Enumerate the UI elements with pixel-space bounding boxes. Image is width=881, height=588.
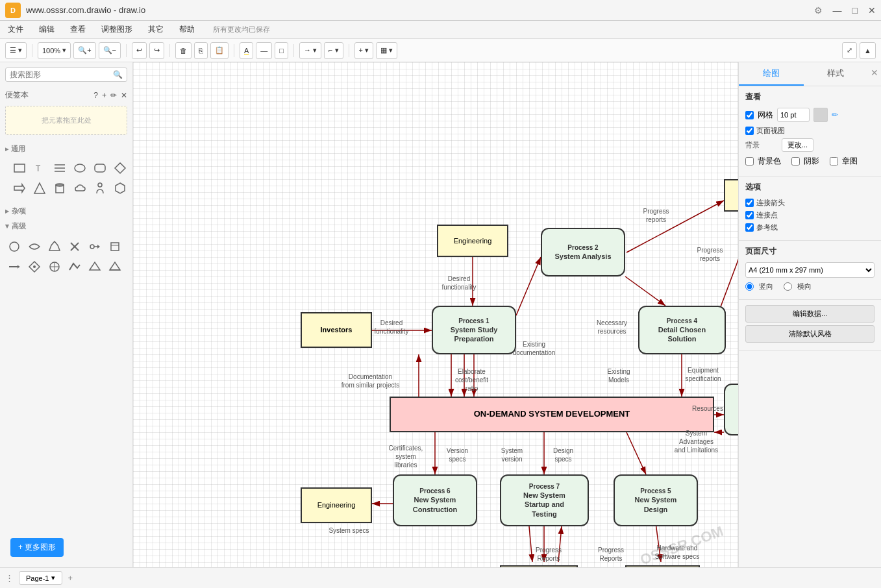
shape-lines[interactable] — [51, 159, 69, 177]
section-misc-title[interactable]: ▸ 杂项 — [0, 204, 132, 219]
conn-point-checkbox[interactable] — [745, 211, 754, 219]
menu-other[interactable]: 其它 — [145, 23, 166, 36]
shape-diamond[interactable] — [111, 159, 129, 177]
shape-adv-6[interactable] — [106, 238, 124, 256]
line-color-btn[interactable]: — — [256, 42, 272, 59]
node-management-bot[interactable]: Management — [500, 565, 578, 567]
shape-cylinder[interactable] — [51, 179, 69, 197]
bg-change-btn[interactable]: 更改... — [782, 138, 813, 152]
menu-edit[interactable]: 编辑 — [36, 23, 57, 36]
shape-adv-11[interactable] — [86, 258, 104, 276]
page-size-select[interactable]: A4 (210 mm x 297 mm) — [745, 262, 875, 278]
sidebar-toggle-btn[interactable]: ☰ ▾ — [5, 42, 27, 59]
zoom-out-btn[interactable]: 🔍− — [99, 42, 121, 59]
landscape-radio[interactable] — [784, 282, 792, 291]
notepad-add-icon[interactable]: + — [102, 91, 106, 100]
notepad-close-icon[interactable]: ✕ — [121, 91, 127, 100]
grid-color-swatch[interactable] — [813, 108, 828, 122]
node-process2[interactable]: Process 2 System Analysis — [541, 228, 625, 276]
node-process6[interactable]: Process 6 New SystemConstruction — [393, 474, 477, 526]
collapse-btn[interactable]: ▲ — [860, 42, 876, 59]
node-vendors[interactable]: Vendors — [625, 565, 700, 567]
right-panel-close[interactable]: ✕ — [868, 62, 881, 86]
close-btn[interactable]: ✕ — [868, 5, 876, 16]
node-ondemand[interactable]: ON-DEMAND SYSTEM DEVELOPMENT — [390, 397, 714, 432]
page-checkbox[interactable] — [830, 157, 838, 165]
node-process7[interactable]: Process 7 New SystemStartup andTesting — [500, 474, 589, 526]
shape-adv-7[interactable] — [5, 258, 23, 276]
notepad-edit-icon[interactable]: ✏ — [110, 91, 117, 100]
minimize-btn[interactable]: — — [833, 5, 842, 16]
shape-adv-9[interactable] — [45, 258, 64, 276]
search-input[interactable] — [10, 70, 113, 79]
grid-value-input[interactable] — [777, 108, 810, 122]
zoom-value-btn[interactable]: 100% ▾ — [38, 42, 71, 59]
undo-btn[interactable]: ↩ — [132, 42, 147, 59]
page-tab[interactable]: Page-1 ▾ — [19, 571, 62, 585]
fullscreen-btn[interactable]: ⤢ — [842, 42, 857, 59]
maximize-btn[interactable]: □ — [852, 5, 858, 16]
tab-draw[interactable]: 绘图 — [739, 62, 804, 86]
shape-rounded-rect[interactable] — [91, 159, 109, 177]
shape-person[interactable] — [91, 179, 109, 197]
node-process4[interactable]: Process 4 Detail ChosenSolution — [638, 306, 726, 354]
settings-icon[interactable]: ⚙ — [814, 5, 823, 16]
shape-adv-2[interactable] — [25, 238, 43, 256]
waypoint-btn[interactable]: ⌐ ▾ — [324, 42, 343, 59]
shape-text[interactable]: T — [31, 159, 49, 177]
fill-color-btn[interactable]: A — [240, 42, 253, 59]
shape-adv-5[interactable] — [86, 238, 104, 256]
node-management-top[interactable]: Management — [724, 179, 738, 212]
zoom-in-btn[interactable]: 🔍+ — [73, 42, 95, 59]
section-advanced-title[interactable]: ▾ 高级 — [0, 219, 132, 234]
notepad-question-icon[interactable]: ? — [93, 91, 98, 100]
shape-ellipse[interactable] — [71, 159, 89, 177]
copy-btn[interactable]: ⎘ — [194, 42, 208, 59]
shadow-checkbox[interactable] — [791, 157, 800, 165]
delete-btn[interactable]: 🗑 — [175, 42, 192, 59]
search-box[interactable]: 🔍 — [5, 67, 127, 82]
portrait-radio[interactable] — [745, 282, 754, 291]
canvas-area[interactable]: Management Engineering Investors Process… — [133, 62, 738, 567]
node-engineering-top[interactable]: Engineering — [437, 225, 508, 257]
node-process1[interactable]: Process 1 System StudyPreparation — [432, 306, 516, 354]
grid-checkbox[interactable] — [745, 111, 754, 119]
shape-adv-1[interactable] — [5, 238, 23, 256]
node-process5[interactable]: Process 5 New SystemDesign — [614, 474, 698, 526]
shape-adv-12[interactable] — [106, 258, 124, 276]
shape-adv-8[interactable] — [25, 258, 43, 276]
redo-btn[interactable]: ↪ — [149, 42, 164, 59]
node-investors[interactable]: Investors — [301, 312, 372, 348]
insert-btn[interactable]: + ▾ — [354, 42, 373, 59]
section-general-title[interactable]: ▸ 通用 — [5, 141, 127, 156]
paste-btn[interactable]: 📋 — [210, 42, 229, 59]
shape-cloud[interactable] — [71, 179, 89, 197]
conn-arrow-checkbox[interactable] — [745, 199, 754, 207]
shape-rectangle[interactable] — [10, 159, 29, 177]
node-engineering-bot[interactable]: Engineering — [301, 487, 372, 523]
menu-adjust[interactable]: 调整图形 — [99, 23, 135, 36]
bg-color-checkbox[interactable] — [745, 157, 754, 165]
shape-adv-4[interactable] — [66, 238, 84, 256]
notepad-drop-area[interactable]: 把元素拖至此处 — [5, 106, 127, 135]
menu-help[interactable]: 帮助 — [177, 23, 197, 36]
shape-hexagon[interactable] — [111, 179, 129, 197]
tab-style[interactable]: 样式 — [804, 62, 869, 86]
bottombar-menu-icon[interactable]: ⋮ — [5, 573, 14, 583]
shape-btn[interactable]: □ — [275, 42, 288, 59]
page-arrow[interactable]: ▾ — [51, 574, 55, 582]
add-page-btn[interactable]: + — [68, 573, 73, 583]
edit-data-btn[interactable]: 编辑数据... — [745, 305, 875, 323]
more-shapes-btn[interactable]: + 更多图形 — [10, 538, 64, 557]
table-btn[interactable]: ▦ ▾ — [376, 42, 397, 59]
menu-view[interactable]: 查看 — [68, 23, 88, 36]
shape-adv-10[interactable] — [66, 258, 84, 276]
shape-arrow-right[interactable] — [10, 179, 29, 197]
shape-triangle[interactable] — [31, 179, 49, 197]
connection-btn[interactable]: → ▾ — [299, 42, 321, 59]
clear-default-btn[interactable]: 清除默认风格 — [745, 325, 875, 343]
page-view-checkbox[interactable] — [745, 127, 754, 135]
shape-adv-3[interactable] — [45, 238, 64, 256]
ref-line-checkbox[interactable] — [745, 223, 754, 232]
menu-file[interactable]: 文件 — [5, 23, 26, 36]
